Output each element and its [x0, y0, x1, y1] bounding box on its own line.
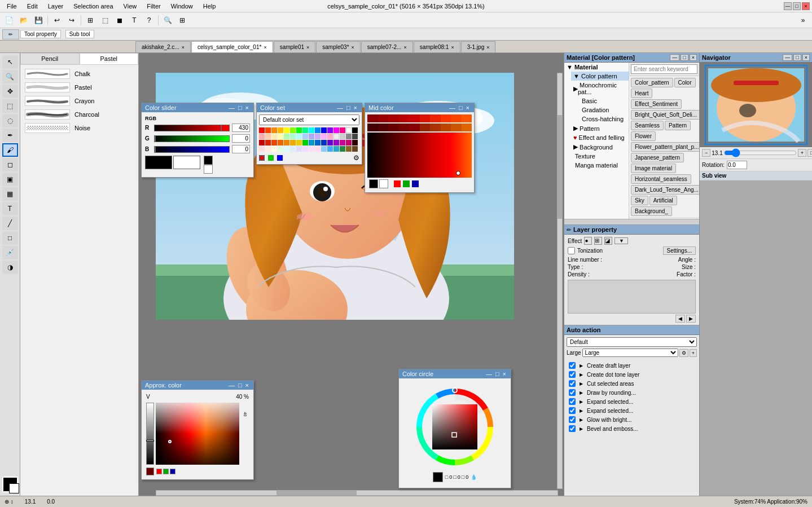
swatch[interactable]	[259, 146, 265, 152]
mid-swatch[interactable]	[430, 114, 441, 122]
nav-min[interactable]: —	[783, 54, 792, 61]
mid-color-bg[interactable]	[379, 179, 388, 188]
swatch[interactable]	[394, 180, 401, 187]
help-icon-btn[interactable]: ?	[142, 14, 156, 27]
color-circle-min[interactable]: —	[485, 371, 493, 377]
background-color[interactable]	[9, 483, 19, 493]
fill-btn[interactable]: ◼	[113, 14, 126, 27]
aa-play-1[interactable]: ▶	[578, 371, 585, 378]
mid-color-min[interactable]: —	[448, 104, 457, 111]
tab-5[interactable]: sample08:1 ×	[414, 41, 460, 52]
grid-btn[interactable]: ⊞	[175, 14, 189, 27]
approx-min[interactable]: —	[227, 382, 236, 389]
color-circle-header[interactable]: Color circle — □ ×	[399, 369, 511, 378]
tool-option-icon[interactable]: ✏	[2, 29, 19, 39]
swatch[interactable]	[327, 134, 333, 139]
nav-fit[interactable]: □	[807, 149, 812, 157]
lp-effect-dropdown[interactable]: ▼	[615, 237, 628, 244]
swatch[interactable]	[296, 140, 302, 146]
swatch[interactable]	[296, 146, 302, 152]
swatch[interactable]	[315, 127, 321, 133]
approx-max[interactable]: □	[237, 382, 243, 389]
save-btn[interactable]: 💾	[32, 14, 45, 27]
aa-check-2[interactable]	[569, 380, 576, 387]
tab-2-close[interactable]: ×	[306, 45, 309, 50]
swatch[interactable]	[352, 140, 358, 146]
mid-color-fg[interactable]	[369, 179, 378, 188]
fg-swatch[interactable]	[204, 156, 213, 165]
mid-swatch[interactable]	[430, 124, 441, 131]
menu-file[interactable]: File	[2, 2, 21, 11]
swatch[interactable]	[352, 127, 358, 133]
lp-effect-toggle[interactable]: ●	[584, 237, 592, 245]
new-btn[interactable]: 📄	[2, 14, 16, 27]
zoom-btn[interactable]: 🔍	[161, 14, 174, 27]
window-close-btn[interactable]: ×	[802, 2, 810, 10]
swatch[interactable]	[284, 127, 289, 133]
color-circle-max[interactable]: □	[494, 371, 501, 377]
tag-effect[interactable]: Effect_Sentiment	[631, 99, 682, 109]
swatch[interactable]	[290, 140, 296, 146]
swatch[interactable]	[340, 134, 345, 139]
swatch[interactable]	[278, 146, 283, 152]
bg-swatch[interactable]	[204, 165, 213, 174]
swatch[interactable]	[340, 127, 345, 133]
menu-layer[interactable]: Layer	[43, 2, 68, 11]
swatch[interactable]	[352, 146, 358, 152]
nav-rotation-input[interactable]	[727, 161, 747, 169]
swatch-active[interactable]	[259, 155, 265, 161]
mid-swatch[interactable]	[462, 124, 472, 131]
r-track[interactable]	[154, 125, 230, 131]
mid-swatch[interactable]	[420, 114, 431, 122]
swatch[interactable]	[340, 140, 345, 146]
swatch[interactable]	[265, 127, 271, 133]
tree-effect[interactable]: ♥ Effect and felling	[571, 133, 629, 142]
tag-bright[interactable]: Bright_Quiet_Soft_Deli...	[631, 110, 699, 120]
material-close[interactable]: ×	[690, 54, 697, 61]
tag-background[interactable]: Background_	[631, 206, 672, 216]
text-btn[interactable]: T	[128, 14, 141, 27]
menu-help[interactable]: Help	[199, 2, 221, 11]
tag-color-pattern[interactable]: Color_pattern	[631, 78, 673, 87]
swatch[interactable]	[278, 134, 283, 139]
aa-check-4[interactable]	[569, 398, 576, 405]
transform-btn[interactable]: ⊞	[84, 14, 97, 27]
foreground-color[interactable]	[2, 477, 18, 492]
lp-effect-color[interactable]: ◪	[604, 237, 612, 245]
mid-swatch[interactable]	[399, 124, 410, 131]
swatch[interactable]	[302, 134, 308, 139]
vscroll-thumb[interactable]	[558, 115, 562, 219]
tree-basic[interactable]: Basic	[578, 96, 629, 105]
mid-swatch[interactable]	[409, 124, 420, 131]
menu-filter[interactable]: Filter	[142, 2, 165, 11]
tree-mono[interactable]: ▶ Monochromic pat...	[571, 81, 629, 96]
aa-check-6[interactable]	[569, 416, 576, 423]
swatch[interactable]	[315, 146, 321, 152]
swatch[interactable]	[284, 134, 289, 139]
mid-swatch[interactable]	[367, 114, 378, 122]
swatch[interactable]	[321, 134, 327, 139]
tree-material-root[interactable]: ▼ Material	[564, 63, 629, 72]
brush-item-chalk[interactable]: Chalk	[23, 67, 136, 81]
tag-flower[interactable]: Flower	[631, 131, 656, 141]
tool-select-rect[interactable]: ⬚	[2, 99, 18, 113]
mid-swatch[interactable]	[399, 114, 410, 122]
aa-play-4[interactable]: ▶	[578, 398, 585, 405]
tool-eraser[interactable]: ◻	[2, 158, 18, 171]
mid-swatch[interactable]	[462, 114, 472, 122]
tab-1-close[interactable]: ×	[264, 45, 266, 50]
tag-artificial[interactable]: Artificial	[649, 196, 677, 205]
tab-2[interactable]: sample01 ×	[274, 41, 316, 52]
tab-0-close[interactable]: ×	[182, 45, 185, 50]
swatch[interactable]	[290, 134, 296, 139]
approx-v-slider[interactable]	[146, 403, 154, 465]
tool-eyedropper[interactable]: 💉	[2, 246, 18, 259]
tool-line[interactable]: ╱	[2, 217, 18, 230]
undo-btn[interactable]: ↩	[50, 14, 64, 27]
tag-pattern[interactable]: Pattern	[665, 121, 691, 130]
swatch[interactable]	[315, 140, 321, 146]
nav-zoom-in[interactable]: +	[798, 149, 806, 157]
color-slider-header[interactable]: Color slider — □ ×	[142, 103, 253, 112]
mid-swatch[interactable]	[441, 124, 451, 131]
aa-check-3[interactable]	[569, 389, 576, 396]
